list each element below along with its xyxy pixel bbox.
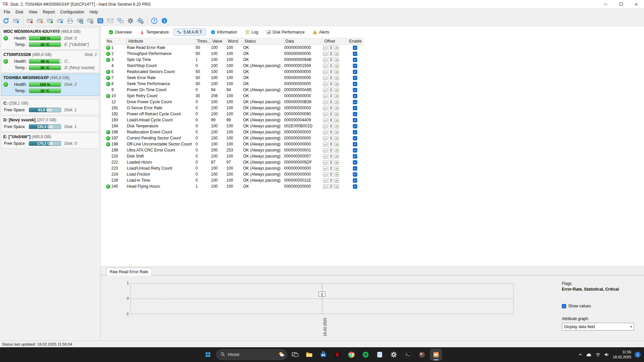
enable-checkbox[interactable]: ✓ [353,142,357,146]
minimize-button[interactable] [598,0,613,8]
enable-checkbox[interactable]: ✓ [353,148,357,153]
offset-increase-button[interactable]: + [335,94,339,98]
smart-attribute-row[interactable]: ✓191G-Sense Error Rate0100100OK (Always … [105,105,363,111]
column-header[interactable]: Worst [226,38,243,44]
smart-attribute-row[interactable]: ✓8Seek Time Performance50100100OK0000000… [105,81,363,87]
send-mail-report-button[interactable] [106,16,115,25]
column-header[interactable]: Data [284,38,323,44]
taskbar-app-netflix[interactable] [331,349,343,361]
disk-control-button[interactable] [86,16,95,25]
offset-decrease-button[interactable]: − [323,52,327,56]
offset-increase-button[interactable]: + [335,88,339,92]
smart-attribute-row[interactable]: ✓223Load/Unload Retry Count0100100OK (Al… [105,165,363,171]
tab-overview[interactable]: Overview [105,28,135,36]
column-header[interactable]: Attribute [127,38,196,44]
maximize-button[interactable] [613,0,629,8]
offset-increase-button[interactable]: + [335,184,339,189]
offset-value[interactable]: 0 [328,81,334,86]
offset-increase-button[interactable]: + [335,160,339,165]
disk-item[interactable]: TOSHIBA MK5059GSXP (465,8 GB)✓Health:100… [1,74,99,96]
offset-increase-button[interactable]: + [335,154,339,159]
offset-value[interactable]: 0 [328,63,334,68]
smart-attribute-row[interactable]: ✓9Power On Time Count09494OK (Always pas… [105,87,363,93]
detect-disks-button[interactable] [11,16,21,25]
taskbar-app-hard-disk-sentinel[interactable] [430,349,442,361]
menu-view[interactable]: View [26,9,40,15]
enable-checkbox[interactable]: ✓ [353,52,357,56]
smart-attribute-row[interactable]: ✓220Disk Shift0100100OK (Always passing)… [105,153,363,159]
smart-attribute-row[interactable]: ✓240Head Flying Hours1100100OK0000000000… [105,183,363,189]
taskbar-search[interactable]: Hledat [216,349,287,360]
smart-attribute-row[interactable]: ✓7Seek Error Rate50100100OK000000000000−… [105,75,363,81]
smart-attribute-row[interactable]: ✓2Throughput Performance50100100OK000000… [105,51,363,57]
offset-decrease-button[interactable]: − [323,64,327,68]
smart-attribute-row[interactable]: ✓222Loaded Hours09797OK (Always passing)… [105,159,363,165]
tab-alerts[interactable]: !Alerts [309,28,333,36]
offset-decrease-button[interactable]: − [323,154,327,159]
enable-checkbox[interactable]: ✓ [353,70,357,74]
offset-increase-button[interactable]: + [335,82,339,86]
column-header[interactable]: Offset [323,38,346,44]
smart-attribute-row[interactable]: ✓226Load-in Time0100100OK (Always passin… [105,177,363,183]
column-header[interactable]: Value [211,38,226,44]
partition-item[interactable]: E: ["Uložiště"] (465,8 GB)Free Space170,… [1,133,99,148]
about-button[interactable]: i [160,16,169,25]
menu-disk[interactable]: Disk [13,9,26,15]
column-header[interactable]: Status [243,38,284,44]
graph-type-select[interactable]: Display data field ▾ [562,323,634,330]
offset-decrease-button[interactable]: − [323,88,327,92]
column-header[interactable]: Enable [346,38,363,44]
smart-attribute-row[interactable]: ✓192Power off Retract Cycle Count0100100… [105,111,363,117]
disk-error-button[interactable] [25,16,35,25]
disk-report-button[interactable] [55,16,65,25]
menu-report[interactable]: Report [40,9,57,15]
enable-checkbox[interactable]: ✓ [353,166,357,171]
offset-decrease-button[interactable]: − [323,58,327,62]
offset-value[interactable]: 0 [328,94,334,98]
offset-value[interactable]: 0 [328,154,334,159]
tab-s-m-a-r-t[interactable]: S.M.A.R.T. [173,28,206,36]
offset-value[interactable]: 0 [328,100,334,104]
offset-decrease-button[interactable]: − [323,94,327,98]
offset-decrease-button[interactable]: − [323,112,327,116]
offset-value[interactable]: 0 [328,118,334,122]
smart-attribute-row[interactable]: ✓199Ultra ATA CRC Error Count0200253OK (… [105,147,363,153]
tab-information[interactable]: iInformation [207,28,240,36]
taskbar-app-chrome[interactable] [345,349,358,361]
menu-help[interactable]: Help [87,9,101,15]
offset-value[interactable]: 0 [328,130,334,134]
offset-increase-button[interactable]: + [335,142,339,146]
offset-increase-button[interactable]: + [335,130,339,134]
offset-value[interactable]: 0 [328,148,334,153]
online-settings-button[interactable] [136,16,145,25]
offset-increase-button[interactable]: + [335,100,339,104]
offset-value[interactable]: 0 [328,87,334,92]
enable-checkbox[interactable]: ✓ [353,88,357,92]
smart-attribute-row[interactable]: ✓12Drive Power Cycle Count0100100OK (Alw… [105,99,363,105]
smart-attribute-row[interactable]: ✓3Spin Up Time1100100OK00000000094B−0+✓ [105,57,363,63]
offset-increase-button[interactable]: + [335,70,339,74]
smart-attribute-row[interactable]: ✓4Start/Stop Count0100100OK (Always pass… [105,63,363,69]
disk-item[interactable]: WDC WD5000AURX-63UY4Y0 (465,8 GB)✓Health… [1,27,99,50]
menu-configuration[interactable]: Configuration [58,9,87,15]
offset-decrease-button[interactable]: − [323,118,327,122]
offset-increase-button[interactable]: + [335,46,339,50]
offset-value[interactable]: 0 [328,51,334,56]
status-panel-button[interactable] [96,16,105,25]
taskbar-app-paint[interactable] [416,349,428,361]
offset-decrease-button[interactable]: − [323,136,327,140]
offset-value[interactable]: 0 [328,106,334,110]
menu-file[interactable]: File [1,9,13,15]
enable-checkbox[interactable]: ✓ [353,58,357,62]
print-button[interactable] [65,16,75,25]
enable-checkbox[interactable]: ✓ [353,184,357,189]
show-values-toggle[interactable]: ✓ Show values [562,304,641,308]
taskbar-app-terminal[interactable] [402,349,414,361]
show-values-checkbox[interactable]: ✓ [562,304,566,308]
offset-increase-button[interactable]: + [335,178,339,183]
tab-temperature[interactable]: Temperature [137,28,172,36]
enable-checkbox[interactable]: ✓ [353,76,357,80]
onedrive-cloud-icon[interactable] [586,352,592,357]
partition-item[interactable]: D: [Nový svazek] (207,0 GB)Free Space135… [1,116,99,132]
offset-decrease-button[interactable]: − [323,100,327,104]
